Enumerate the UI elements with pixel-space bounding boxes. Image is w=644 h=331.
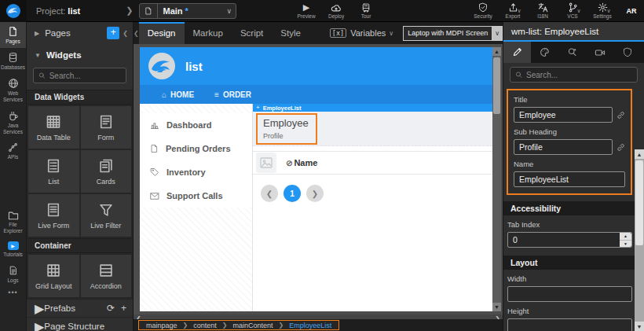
vcs-button[interactable]: ∨ VCS	[561, 2, 584, 19]
rail-item-web-services[interactable]: Web Services	[0, 74, 26, 106]
tab-device[interactable]	[586, 42, 613, 63]
menu-item-pending-orders[interactable]: Pending Orders	[140, 137, 252, 160]
widget-tile-live-filter[interactable]: Live Filter	[81, 194, 132, 237]
tab-design[interactable]: Design	[139, 22, 185, 44]
chevron-down-icon[interactable]: ∨	[222, 7, 236, 15]
shield-icon	[478, 2, 488, 13]
nav-item-order[interactable]: ≡ ORDER	[214, 90, 251, 99]
rail-item-logs[interactable]: Logs	[0, 261, 26, 287]
name-input[interactable]	[514, 171, 625, 187]
security-button[interactable]: Security	[471, 2, 495, 19]
inspector-scrollbar[interactable]: ▲ ▼	[635, 149, 644, 331]
rail-more-button[interactable]: •••	[0, 289, 26, 296]
refresh-icon[interactable]: ⟳	[107, 303, 115, 314]
rail-item-file-explorer[interactable]: File Explorer	[0, 207, 26, 237]
property-search-input[interactable]	[526, 71, 632, 79]
breadcrumb-item-mainpage[interactable]: mainpage	[146, 322, 177, 329]
height-input[interactable]	[507, 318, 632, 331]
widgets-section-row[interactable]: ▼ Widgets	[27, 44, 133, 66]
data-table-icon	[45, 114, 62, 130]
breadcrumb-item-maincontent[interactable]: mainContent	[232, 322, 273, 329]
prefabs-section-row[interactable]: ▶ Prefabs ⟳ +	[27, 299, 133, 317]
add-prefab-button[interactable]: +	[121, 303, 126, 314]
rail-item-databases[interactable]: Databases	[0, 48, 26, 74]
i18n-button[interactable]: I18N	[531, 2, 554, 19]
section-header-accessibility[interactable]: Accessibility	[503, 201, 644, 215]
widget-tile-data-table[interactable]: Data Table	[28, 106, 79, 149]
scrollbar-thumb[interactable]	[493, 57, 500, 114]
widget-search-input[interactable]	[49, 72, 121, 80]
widget-search[interactable]	[33, 68, 126, 83]
stepper-up-icon[interactable]: ▲	[620, 233, 631, 241]
menu-item-dashboard[interactable]: Dashboard	[140, 113, 252, 137]
bind-link-icon[interactable]	[617, 143, 625, 152]
menu-item-support-calls[interactable]: Support Calls	[140, 184, 252, 208]
device-selector[interactable]: Laptop with MDPI Screen ∨	[403, 26, 503, 41]
breadcrumb-item-employeelist[interactable]: EmployeeList	[289, 322, 331, 329]
menu-item-inventory[interactable]: Inventory	[140, 160, 252, 184]
variables-menu[interactable]: [x] Variables ∨	[330, 28, 393, 38]
bound-name-field[interactable]: ⊘ Name	[286, 158, 317, 167]
tab-markup[interactable]: Markup	[185, 22, 232, 44]
pagination-prev-button[interactable]: ❮	[261, 185, 278, 202]
deploy-button[interactable]: Deploy	[324, 2, 348, 19]
section-header-layout[interactable]: Layout	[503, 256, 644, 270]
rail-item-tutorials[interactable]: ▶ Tutorials	[0, 237, 26, 261]
user-avatar[interactable]: AR	[624, 3, 639, 19]
collapse-panel-icon[interactable]: ❮	[123, 30, 128, 37]
tour-button[interactable]: Tour	[354, 2, 378, 19]
subheading-input[interactable]	[514, 139, 613, 155]
filter-funnel-icon	[98, 202, 114, 218]
scrollbar-thumb[interactable]	[635, 160, 643, 245]
list-icon	[46, 158, 61, 174]
nav-item-home[interactable]: ⌂ HOME	[162, 90, 194, 99]
export-button[interactable]: ∨ Export	[501, 2, 525, 19]
stepper-down-icon[interactable]: ▼	[620, 241, 631, 248]
collapsed-arrow-icon: ▶	[35, 30, 39, 37]
pagination-current-page[interactable]: 1	[284, 185, 301, 202]
highlighted-heading-box[interactable]: Employee Profile	[256, 113, 317, 145]
widget-tile-cards[interactable]: Cards	[81, 150, 132, 193]
property-search[interactable]	[510, 67, 638, 83]
tab-security[interactable]	[613, 42, 641, 63]
collapse-left-panel-icon[interactable]: ❮	[134, 30, 139, 37]
preview-button[interactable]: ▶ Preview	[295, 2, 318, 19]
rail-item-apis[interactable]: APIs	[0, 138, 26, 164]
pages-section-row[interactable]: ▶ Pages + ❮	[27, 22, 133, 44]
tab-events[interactable]	[558, 42, 586, 63]
scroll-down-icon[interactable]: ▼	[492, 303, 501, 311]
page-selector[interactable]: Main* ∨	[139, 3, 236, 19]
tab-script[interactable]: Script	[232, 22, 272, 44]
scroll-up-icon[interactable]: ▲	[635, 149, 644, 159]
scroll-up-icon[interactable]: ▲	[492, 47, 501, 56]
canvas-vertical-scrollbar[interactable]: ▲ ▼	[492, 47, 501, 311]
bind-link-icon[interactable]	[617, 111, 625, 120]
widget-tile-grid-layout[interactable]: Grid Layout	[28, 255, 79, 297]
widget-tile-list[interactable]: List	[28, 150, 79, 193]
settings-button[interactable]: ∨ Settings	[591, 2, 614, 19]
rail-item-pages[interactable]: Pages	[0, 22, 26, 48]
pagination-next-button[interactable]: ❯	[306, 185, 324, 202]
breadcrumb-item-content[interactable]: content	[193, 322, 217, 329]
widget-tile-live-form[interactable]: Live Form	[28, 194, 79, 237]
tab-style[interactable]: Style	[272, 22, 309, 44]
tab-index-input[interactable]	[507, 232, 632, 248]
add-page-button[interactable]: +	[107, 27, 119, 39]
title-input[interactable]	[514, 107, 613, 123]
list-widget-header[interactable]: Employee Profile	[253, 112, 492, 146]
scroll-down-icon[interactable]: ▼	[635, 322, 644, 331]
widget-tile-form[interactable]: Form	[81, 106, 132, 149]
page-structure-section-row[interactable]: ▶ Page Structure	[27, 317, 133, 331]
widget-tile-accordion[interactable]: Accordion	[81, 255, 132, 297]
tab-styles[interactable]	[531, 42, 558, 63]
rail-item-java-services[interactable]: Java Services	[0, 107, 26, 138]
inspector-body: Title Sub Heading Name Accessibility Tab	[503, 87, 644, 331]
tutorial-play-icon: ▶	[8, 241, 19, 250]
tab-properties[interactable]	[503, 42, 531, 63]
canvas-area: ❮ Design Markup Script Style [x] Variabl…	[134, 22, 503, 331]
list-item-template[interactable]: ⊘ Name	[253, 151, 492, 175]
width-input[interactable]	[507, 286, 632, 302]
globe-icon	[8, 78, 19, 89]
widget-selection-bar[interactable]: + EmployeeList	[253, 104, 492, 112]
wavemaker-logo[interactable]	[0, 0, 27, 22]
